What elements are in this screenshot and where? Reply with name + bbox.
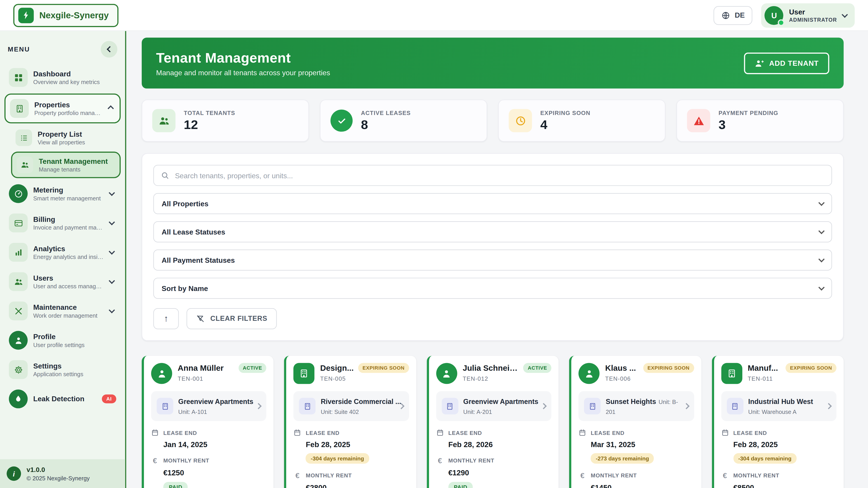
sidebar-item-analytics[interactable]: Analytics Energy analytics and insig... (4, 238, 121, 266)
lease-end-label: LEASE END (448, 430, 482, 436)
chevron-down-icon (818, 228, 825, 234)
tenant-card-grid: Anna Müller ACTIVE TEN-001 Greenview Apa… (142, 356, 844, 488)
chevron-up-icon (107, 105, 114, 111)
tenant-card: Design... EXPIRING SOON TEN-005 Riversid… (284, 356, 416, 488)
status-badge: EXPIRING SOON (785, 363, 836, 373)
status-badge: ACTIVE (523, 363, 551, 373)
property-name: Industrial Hub West (748, 398, 813, 405)
euro-icon: € (436, 456, 444, 465)
sidebar-item-property-list[interactable]: Property List View all properties (11, 126, 121, 150)
sidebar-item-label: Settings (33, 362, 116, 371)
lease-end-label: LEASE END (591, 430, 625, 436)
sidebar: MENU Dashboard Overview and key metrics (0, 31, 126, 488)
lease-end-detail: LEASE END Mar 31, 2025 -273 days remaini… (579, 429, 694, 464)
property-filter-select[interactable]: All Properties (153, 193, 832, 214)
property-link[interactable]: Greenview Apartments Unit: A-101 (151, 391, 267, 421)
lease-status-filter-select[interactable]: All Lease Statuses (153, 221, 832, 242)
calendar-icon (151, 429, 159, 436)
days-remaining-badge: -273 days remaining (591, 453, 654, 464)
add-tenant-label: ADD TENANT (769, 59, 819, 67)
sidebar-item-tenant-management[interactable]: Tenant Management Manage tenants (11, 152, 121, 178)
sidebar-item-users[interactable]: Users User and access managem... (4, 268, 121, 295)
warning-icon (687, 109, 710, 132)
sidebar-item-label: Analytics (33, 244, 104, 254)
chevron-down-icon (109, 248, 115, 255)
sidebar-item-dashboard[interactable]: Dashboard Overview and key metrics (4, 64, 121, 91)
chevron-down-icon (109, 219, 115, 225)
lease-end-detail: LEASE END Feb 28, 2025 -304 days remaini… (721, 429, 836, 464)
sidebar-item-maintenance[interactable]: Maintenance Work order management (4, 297, 121, 325)
tenant-name: Manuf... (748, 363, 782, 372)
add-tenant-button[interactable]: ADD TENANT (744, 52, 829, 74)
sidebar-item-label: Users (33, 273, 104, 283)
tenant-card: Manuf... EXPIRING SOON TEN-011 Industria… (712, 356, 844, 488)
lease-end-date: Jan 14, 2025 (163, 440, 267, 449)
tenant-card-header: Klaus ... EXPIRING SOON TEN-006 (579, 363, 694, 384)
droplet-icon (9, 390, 28, 408)
lease-end-label: LEASE END (733, 430, 767, 436)
property-link[interactable]: Greenview Apartments Unit: A-201 (436, 391, 551, 421)
sidebar-item-desc: Invoice and payment mana... (33, 224, 104, 231)
tenant-avatar-person-icon (579, 363, 600, 384)
dashboard-icon (9, 68, 28, 87)
stat-value: 4 (540, 117, 655, 132)
sidebar-item-leak-detection[interactable]: Leak Detection AI (4, 385, 121, 413)
user-menu[interactable]: U User ADMINISTRATOR (761, 3, 855, 27)
language-button[interactable]: DE (714, 6, 753, 25)
unit-label: Unit: A-201 (463, 408, 492, 415)
sidebar-item-label: Profile (33, 332, 116, 341)
sidebar-item-billing[interactable]: Billing Invoice and payment mana... (4, 209, 121, 237)
tenant-card-header: Design... EXPIRING SOON TEN-005 (293, 363, 409, 384)
people-icon (152, 109, 176, 132)
search-input[interactable] (175, 171, 825, 180)
online-status-dot (778, 19, 784, 26)
sidebar-item-profile[interactable]: Profile User profile settings (4, 326, 121, 354)
building-icon (299, 398, 315, 414)
list-icon (16, 129, 32, 146)
rent-detail: € MONTHLY RENT €8500 PAID (721, 471, 836, 488)
person-icon (9, 331, 28, 350)
calendar-icon (721, 429, 729, 436)
sidebar-item-label: Maintenance (33, 303, 104, 312)
chevron-down-icon (818, 285, 825, 291)
tenant-avatar-person-icon (436, 363, 457, 384)
clear-filters-button[interactable]: CLEAR FILTERS (186, 308, 277, 329)
menu-label: MENU (8, 45, 30, 53)
tenant-id: TEN-006 (605, 375, 631, 382)
lease-end-date: Feb 28, 2025 (733, 440, 837, 449)
calendar-icon (436, 429, 444, 436)
sort-direction-button[interactable]: ↑ (153, 308, 179, 329)
user-info: User ADMINISTRATOR (789, 8, 837, 23)
monthly-rent-label: MONTHLY RENT (163, 457, 209, 464)
days-remaining-badge: -304 days remaining (733, 453, 797, 464)
tenant-avatar-building-icon (721, 363, 742, 384)
tenant-card: Anna Müller ACTIVE TEN-001 Greenview Apa… (142, 356, 274, 488)
property-name: Riverside Commercial ... (321, 398, 401, 405)
search-icon (160, 171, 169, 180)
filter-off-icon (196, 314, 205, 323)
property-link[interactable]: Riverside Commercial ... Unit: Suite 402 (293, 391, 409, 421)
gear-icon (9, 360, 28, 379)
sort-select[interactable]: Sort by Name (153, 278, 832, 299)
stat-value: 8 (361, 117, 477, 132)
unit-label: Unit: A-101 (178, 408, 207, 415)
payment-status-filter-select[interactable]: All Payment Statuses (153, 250, 832, 270)
sidebar-item-label: Metering (33, 186, 104, 195)
sidebar-collapse-button[interactable] (101, 41, 117, 57)
sidebar-item-properties[interactable]: Properties Property portfolio manage... (5, 95, 119, 122)
sidebar-item-settings[interactable]: Settings Application settings (4, 356, 121, 383)
tools-icon (9, 302, 28, 320)
tenant-name: Julia Schneid... (463, 363, 520, 372)
sidebar-item-metering[interactable]: Metering Smart meter management (4, 180, 121, 207)
sidebar-item-desc: Work order management (33, 312, 104, 319)
calendar-icon (293, 429, 301, 436)
tenant-id: TEN-012 (463, 375, 488, 382)
arrow-up-icon: ↑ (164, 314, 168, 324)
euro-icon: € (293, 471, 301, 480)
property-link[interactable]: Sunset Heights Unit: B-201 (579, 391, 694, 421)
status-badge: EXPIRING SOON (358, 363, 409, 373)
users-icon (9, 272, 28, 291)
property-name: Sunset Heights (606, 398, 656, 405)
payment-status-filter-value: All Payment Statuses (162, 256, 235, 264)
property-link[interactable]: Industrial Hub West Unit: Warehouse A (721, 391, 836, 421)
